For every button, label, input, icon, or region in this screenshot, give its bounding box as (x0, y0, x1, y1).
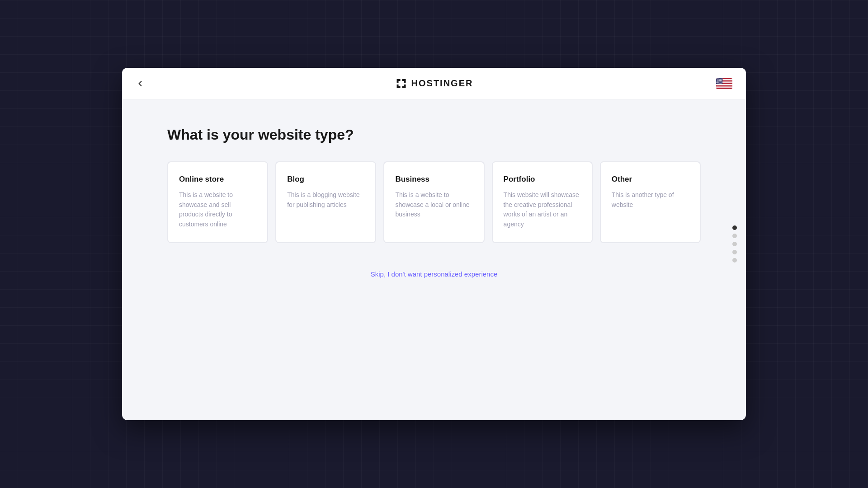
svg-point-16 (719, 79, 720, 80)
svg-point-33 (720, 81, 720, 81)
svg-point-34 (721, 81, 721, 81)
scroll-dot-1 (732, 225, 737, 230)
card-description-online-store: This is a website to showcase and sell p… (179, 190, 256, 230)
main-content: What is your website type? Online storeT… (122, 99, 746, 420)
svg-point-31 (717, 81, 718, 81)
card-title-other: Other (612, 175, 689, 184)
svg-point-51 (721, 83, 722, 83)
svg-point-21 (718, 80, 719, 80)
svg-rect-4 (716, 84, 732, 84)
svg-point-45 (721, 82, 721, 83)
card-portfolio[interactable]: PortfolioThis website will showcase the … (492, 161, 593, 243)
svg-point-8 (717, 78, 717, 79)
svg-point-18 (721, 79, 722, 80)
svg-point-29 (721, 80, 722, 80)
svg-point-44 (720, 82, 720, 83)
svg-point-43 (718, 82, 719, 83)
svg-point-28 (720, 80, 721, 80)
svg-point-12 (721, 78, 721, 79)
card-description-blog: This is a blogging website for publishin… (287, 190, 364, 210)
svg-point-40 (721, 81, 722, 82)
svg-point-42 (717, 82, 718, 83)
svg-point-9 (717, 78, 718, 79)
website-type-cards: Online storeThis is a website to showcas… (167, 161, 701, 243)
svg-point-49 (719, 83, 720, 83)
svg-point-36 (717, 81, 717, 82)
svg-point-41 (717, 82, 717, 83)
svg-rect-5 (716, 85, 732, 86)
svg-rect-6 (716, 87, 732, 88)
card-title-online-store: Online store (179, 175, 256, 184)
svg-point-22 (720, 80, 720, 80)
logo: HOSTINGER (395, 77, 473, 90)
svg-point-32 (718, 81, 719, 81)
svg-point-11 (720, 78, 720, 79)
svg-point-13 (722, 78, 722, 79)
hostinger-logo-icon (395, 77, 408, 90)
svg-point-39 (720, 81, 721, 82)
svg-point-24 (722, 80, 722, 80)
svg-point-15 (718, 79, 718, 80)
card-title-blog: Blog (287, 175, 364, 184)
scroll-dot-5 (732, 258, 737, 263)
card-description-other: This is another type of website (612, 190, 689, 210)
card-title-business: Business (395, 175, 472, 184)
page-title: What is your website type? (167, 127, 701, 143)
scroll-dot-3 (732, 242, 737, 246)
card-blog[interactable]: BlogThis is a blogging website for publi… (275, 161, 376, 243)
logo-text: HOSTINGER (411, 78, 473, 89)
app-window: HOSTINGER (122, 68, 746, 420)
svg-point-47 (717, 83, 717, 83)
skip-link[interactable]: Skip, I don't want personalized experien… (167, 270, 701, 278)
scroll-dots (732, 225, 737, 263)
card-description-portfolio: This website will showcase the creative … (504, 190, 581, 230)
svg-point-35 (722, 81, 722, 81)
back-icon (136, 79, 145, 88)
language-flag[interactable] (716, 78, 732, 89)
svg-point-27 (719, 80, 720, 80)
svg-point-23 (721, 80, 721, 80)
svg-point-19 (717, 80, 717, 80)
card-online-store[interactable]: Online storeThis is a website to showcas… (167, 161, 268, 243)
us-flag-icon (716, 78, 732, 89)
svg-point-48 (718, 83, 718, 83)
svg-point-50 (720, 83, 721, 83)
svg-point-10 (718, 78, 719, 79)
svg-point-46 (722, 82, 722, 83)
svg-point-38 (719, 81, 720, 82)
card-business[interactable]: BusinessThis is a website to showcase a … (383, 161, 484, 243)
svg-point-20 (717, 80, 718, 80)
svg-point-37 (718, 81, 718, 82)
back-button[interactable] (136, 79, 145, 88)
svg-point-30 (717, 81, 717, 81)
scroll-dot-2 (732, 234, 737, 238)
svg-point-17 (720, 79, 721, 80)
svg-point-14 (717, 79, 717, 80)
svg-point-25 (717, 80, 717, 80)
card-title-portfolio: Portfolio (504, 175, 581, 184)
scroll-dot-4 (732, 250, 737, 254)
svg-point-26 (718, 80, 718, 80)
card-other[interactable]: OtherThis is another type of website (600, 161, 701, 243)
card-description-business: This is a website to showcase a local or… (395, 190, 472, 220)
header: HOSTINGER (122, 68, 746, 99)
